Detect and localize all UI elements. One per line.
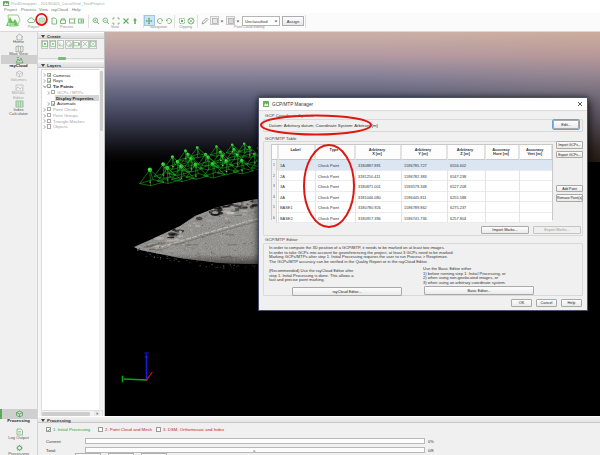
svg-text:PIX: PIX [8, 22, 15, 27]
